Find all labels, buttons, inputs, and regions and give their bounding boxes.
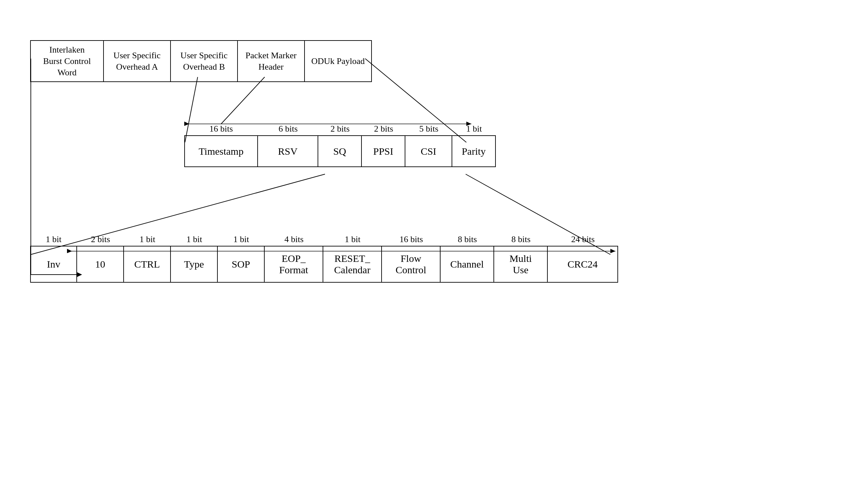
mid-bit-labels-row: 16 bits 6 bits 2 bits 2 bits 5 bits 1 bi… <box>184 124 496 134</box>
bot-section: 1 bit 2 bits 1 bit 1 bit 1 bit 4 bits 1 … <box>30 234 618 283</box>
eop-bit-label: 4 bits <box>265 234 323 245</box>
inv-box: Inv <box>30 246 77 283</box>
multi-use-box: Multi Use <box>494 246 548 283</box>
crc-bit-label: 24 bits <box>548 234 618 245</box>
channel-label: Channel <box>450 258 484 270</box>
timestamp-box: Timestamp <box>184 135 258 167</box>
mid-boxes-row: Timestamp RSV SQ PPSI CSI Parity <box>184 135 496 167</box>
sq-label: SQ <box>333 146 346 157</box>
csi-label: CSI <box>421 146 437 157</box>
top-row: Interlaken Burst Control Word User Speci… <box>30 40 372 82</box>
packet-marker-label: Packet Marker Header <box>246 50 297 73</box>
inv-label: Inv <box>47 258 60 270</box>
user-specific-a-box: User Specific Overhead A <box>104 40 171 82</box>
bot-boxes-row: Inv 10 CTRL Type SOP EOP_ Format RESET_ … <box>30 246 618 283</box>
type-bit-label: 1 bit <box>171 234 218 245</box>
csi-bit-label: 5 bits <box>405 124 452 134</box>
interlaken-label: Interlaken Burst Control Word <box>43 44 91 78</box>
oduk-payload-box: ODUk Payload <box>305 40 372 82</box>
rsv-label: RSV <box>278 146 298 157</box>
10-label: 10 <box>95 258 105 270</box>
multi-use-label: Multi Use <box>510 253 532 276</box>
packet-marker-box: Packet Marker Header <box>238 40 305 82</box>
reset-calendar-label: RESET_ Calendar <box>334 253 370 276</box>
crc24-label: CRC24 <box>567 258 598 270</box>
timestamp-label: Timestamp <box>199 146 244 157</box>
flow-bit-label: 16 bits <box>382 234 440 245</box>
ppsi-bit-label: 2 bits <box>362 124 405 134</box>
eop-format-label: EOP_ Format <box>279 253 308 276</box>
rsv-bit-label: 6 bits <box>258 124 318 134</box>
flow-control-box: Flow Control <box>382 246 440 283</box>
10-box: 10 <box>77 246 124 283</box>
reset-calendar-box: RESET_ Calendar <box>323 246 382 283</box>
crc24-box: CRC24 <box>548 246 618 283</box>
inv-bit-label: 1 bit <box>30 234 77 245</box>
sq-box: SQ <box>318 135 362 167</box>
ctrl-box: CTRL <box>124 246 171 283</box>
oduk-payload-label: ODUk Payload <box>311 56 365 67</box>
user-specific-b-box: User Specific Overhead B <box>171 40 238 82</box>
flow-control-label: Flow Control <box>396 253 427 276</box>
ctrl-bit-label: 1 bit <box>124 234 171 245</box>
channel-box: Channel <box>440 246 494 283</box>
ts-bit-label: 16 bits <box>184 124 258 134</box>
user-specific-b-label: User Specific Overhead B <box>181 50 228 73</box>
csi-box: CSI <box>405 135 452 167</box>
10-bit-label: 2 bits <box>77 234 124 245</box>
reset-bit-label: 1 bit <box>323 234 382 245</box>
svg-line-5 <box>221 77 265 124</box>
ppsi-label: PPSI <box>373 146 393 157</box>
parity-bit-label: 1 bit <box>452 124 496 134</box>
sq-bit-label: 2 bits <box>318 124 362 134</box>
diagram-container: Interlaken Burst Control Word User Speci… <box>20 20 844 482</box>
sop-box: SOP <box>218 246 265 283</box>
ctrl-label: CTRL <box>134 258 160 270</box>
type-box: Type <box>171 246 218 283</box>
sop-bit-label: 1 bit <box>218 234 265 245</box>
type-label: Type <box>184 258 204 270</box>
eop-format-box: EOP_ Format <box>265 246 323 283</box>
interlaken-burst-control-box: Interlaken Burst Control Word <box>30 40 104 82</box>
ppsi-box: PPSI <box>362 135 405 167</box>
channel-bit-label: 8 bits <box>440 234 494 245</box>
sop-label: SOP <box>232 258 250 270</box>
parity-label: Parity <box>462 146 486 157</box>
user-specific-a-label: User Specific Overhead A <box>114 50 161 73</box>
multi-bit-label: 8 bits <box>494 234 548 245</box>
rsv-box: RSV <box>258 135 318 167</box>
mid-section: 16 bits 6 bits 2 bits 2 bits 5 bits 1 bi… <box>184 124 496 167</box>
parity-box: Parity <box>452 135 496 167</box>
bot-bit-labels-row: 1 bit 2 bits 1 bit 1 bit 1 bit 4 bits 1 … <box>30 234 618 245</box>
